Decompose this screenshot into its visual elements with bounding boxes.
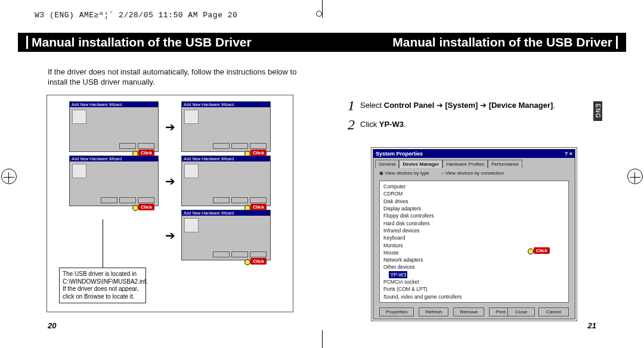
click-badge: Click	[138, 204, 154, 210]
click-badge-tree: Click	[534, 247, 550, 254]
crop-mark-top	[322, 0, 323, 18]
tab-performance: Performance	[488, 160, 522, 168]
tab-device-manager: Device Manager	[399, 160, 442, 168]
wizard-icon	[72, 110, 86, 124]
wizard-btn	[231, 143, 248, 149]
arrow-right-icon: ➔	[161, 120, 179, 134]
tab-hw-profiles: Hardware Profiles	[442, 160, 488, 168]
reg-cross-right	[630, 172, 640, 183]
shot-titlebar: Add New Hardware Wizard	[182, 156, 270, 161]
s1-end: .	[553, 101, 555, 110]
header-right: Manual installation of the USB Driver	[392, 35, 621, 49]
wizard-btn	[250, 251, 267, 257]
steps: 1 Select Control Panel ➔ [System] ➔ [Dev…	[346, 98, 602, 136]
s2-pre: Click	[360, 120, 379, 129]
system-properties-window: System Properties ? × General Device Man…	[373, 149, 575, 319]
tree-node: Hard disk controllers	[383, 220, 565, 227]
tree-node: Floppy disk controllers	[383, 212, 565, 219]
wizard-btn	[119, 143, 136, 149]
tree-node: PCMCIA socket	[383, 278, 565, 285]
btn-close: Close	[507, 307, 535, 316]
step-1: 1 Select Control Panel ➔ [System] ➔ [Dev…	[346, 98, 602, 113]
tree-node: Network adapters	[383, 256, 565, 263]
screenshot-2: Add New Hardware Wizard Click	[181, 101, 271, 152]
s1-arr1: ➔	[434, 101, 445, 110]
arrow-right-icon: ➔	[161, 228, 179, 243]
wizard-btn	[213, 251, 230, 257]
tree-node-selected: YP-W3	[383, 271, 565, 278]
wizard-btn	[250, 143, 267, 149]
shot-titlebar: Add New Hardware Wizard	[70, 156, 158, 161]
tree-node: Other devices	[383, 263, 565, 271]
tree-node: CDROM	[383, 190, 565, 197]
arrow-right-icon: ➔	[161, 174, 179, 188]
syswin-controls: ? ×	[565, 151, 572, 157]
shot-titlebar: Add New Hardware Wizard	[182, 102, 270, 107]
screenshot-1: Add New Hardware Wizard Click	[69, 101, 159, 152]
page-left: If the driver does not install automatic…	[18, 57, 322, 330]
wizard-btn	[231, 251, 248, 257]
wizard-icon	[184, 110, 199, 124]
tree-node: Disk drives	[383, 198, 565, 205]
s1-arr2: ➔	[478, 101, 488, 110]
window-buttons: Close Cancel	[507, 307, 569, 316]
step-1-text: Select Control Panel ➔ [System] ➔ [Devic…	[360, 98, 602, 110]
pipe-icon	[26, 36, 28, 49]
reg-cross-left	[4, 172, 14, 183]
step-number: 1	[346, 98, 357, 113]
screenshot-3: Add New Hardware Wizard Click	[69, 156, 159, 206]
intro-text: If the driver does not install automatic…	[48, 67, 298, 88]
s2-end: .	[404, 120, 406, 129]
syswin-titlebar: System Properties ? ×	[373, 150, 575, 158]
shot-titlebar: Add New Hardware Wizard	[70, 102, 158, 107]
device-tree: Computer CDROM Disk drives Display adapt…	[379, 181, 569, 303]
screenshot-grid: Add New Hardware Wizard Click ➔ Add New …	[59, 101, 281, 260]
btn-properties: Properties	[379, 307, 414, 316]
s1-b3: [Device Manager]	[489, 101, 553, 110]
tree-node: Sound, video and game controllers	[383, 293, 565, 300]
crop-mark-bottom	[322, 330, 323, 348]
btn-refresh: Refresh	[419, 307, 448, 316]
note-box: The USB driver is located in C:\WINDOWS\…	[59, 268, 146, 303]
syswin-title: System Properties	[376, 151, 423, 157]
screenshot-5: Add New Hardware Wizard Click	[181, 210, 271, 260]
s1-b2: [System]	[445, 101, 478, 110]
callout-line	[103, 219, 103, 269]
wizard-btn	[119, 197, 136, 203]
header-bar: Manual installation of the USB Driver Ma…	[18, 33, 626, 52]
radio-by-connection: ○ View devices by connection	[441, 170, 504, 176]
crop-circle	[316, 11, 322, 17]
tree-node: Computer	[383, 183, 565, 190]
page-right: ENG 1 Select Control Panel ➔ [System] ➔ …	[322, 57, 626, 330]
view-radio-row: ◉ View devices by type ○ View devices by…	[373, 168, 575, 178]
tree-node: Ports (COM & LPT)	[383, 285, 565, 293]
header-left-title: Manual installation of the USB Driver	[32, 35, 252, 49]
wizard-btn	[101, 197, 117, 203]
wizard-btn	[138, 143, 154, 149]
page-number-left: 20	[48, 321, 56, 330]
screenshot-4: Add New Hardware Wizard Click	[181, 156, 271, 206]
print-meta: W3 (ENG) AME≥ª¦ˆ 2/28/05 11:50 AM Page 2…	[35, 11, 237, 20]
radio-by-type: ◉ View devices by type	[379, 170, 429, 176]
click-badge: Click	[250, 258, 267, 265]
wizard-btn	[213, 197, 230, 203]
wizard-btn	[213, 143, 230, 149]
system-properties-frame: System Properties ? × General Device Man…	[371, 147, 577, 321]
tree-node: Keyboard	[383, 234, 565, 241]
tab-general: General	[375, 160, 399, 168]
selected-device: YP-W3	[389, 271, 407, 278]
step-number: 2	[346, 117, 357, 132]
wizard-btn	[138, 197, 154, 203]
tree-node: Infrared devices	[383, 227, 565, 234]
header-right-title: Manual installation of the USB Driver	[392, 35, 612, 49]
wizard-icon	[72, 164, 86, 178]
wizard-btn	[231, 197, 248, 203]
btn-cancel: Cancel	[538, 307, 569, 316]
syswin-tabs: General Device Manager Hardware Profiles…	[373, 158, 575, 168]
wizard-icon	[184, 218, 199, 232]
wizard-icon	[184, 164, 199, 178]
step-2: 2 Click YP-W3.	[346, 117, 602, 132]
header-left: Manual installation of the USB Driver	[23, 35, 252, 49]
step-2-text: Click YP-W3.	[360, 117, 602, 129]
page-number-right: 21	[588, 321, 596, 330]
